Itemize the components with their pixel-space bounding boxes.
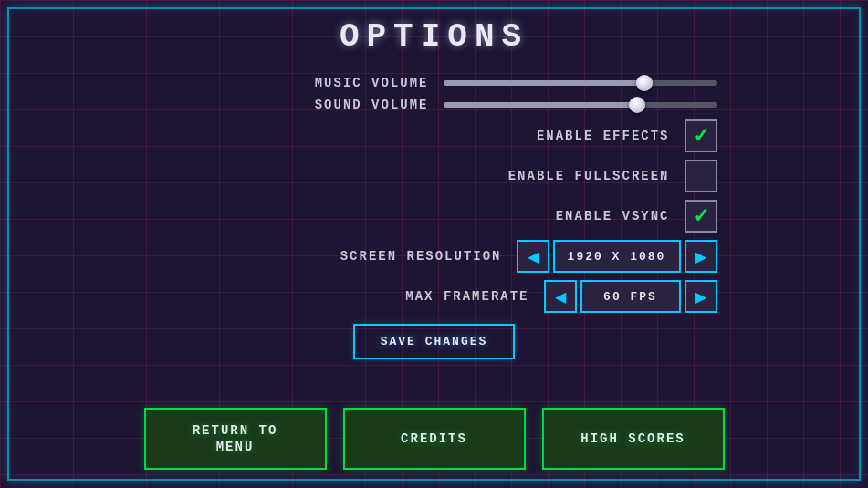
max-framerate-row: MAX FRAMERATE ◀ 60 FPS ▶ — [152, 280, 717, 313]
high-scores-button[interactable]: HIGH SCORES — [542, 408, 725, 470]
resolution-next-icon: ▶ — [695, 248, 706, 265]
page-title: OPTIONS — [340, 18, 528, 56]
enable-effects-label: ENABLE EFFECTS — [451, 129, 670, 143]
enable-fullscreen-row: ENABLE FULLSCREEN — [152, 160, 717, 192]
enable-vsync-label: ENABLE VSYNC — [451, 209, 670, 223]
sound-volume-label: SOUND VOLUME — [210, 98, 429, 112]
return-to-menu-label: RETURN TOMENU — [193, 423, 278, 454]
credits-button[interactable]: CREDITS — [343, 408, 526, 470]
enable-vsync-row: ENABLE VSYNC ✓ — [152, 200, 717, 233]
screen-resolution-row: SCREEN RESOLUTION ◀ 1920 X 1080 ▶ — [152, 240, 717, 273]
enable-fullscreen-label: ENABLE FULLSCREEN — [451, 169, 670, 183]
options-panel: MUSIC VOLUME SOUND VOLUME ENABLE EFFECTS… — [152, 76, 717, 313]
save-changes-button[interactable]: SAVE CHANGES — [353, 324, 516, 359]
enable-vsync-checkbox[interactable]: ✓ — [685, 200, 717, 233]
resolution-prev-icon: ◀ — [528, 248, 539, 265]
sound-volume-slider[interactable] — [444, 102, 717, 108]
main-screen: OPTIONS MUSIC VOLUME SOUND VOLUME ENABLE… — [0, 0, 868, 488]
enable-fullscreen-checkbox[interactable] — [685, 160, 717, 192]
framerate-value: 60 FPS — [580, 280, 681, 313]
content-area: OPTIONS MUSIC VOLUME SOUND VOLUME ENABLE… — [0, 0, 868, 488]
framerate-prev-icon: ◀ — [555, 288, 566, 306]
screen-resolution-label: SCREEN RESOLUTION — [283, 249, 502, 264]
framerate-control: ◀ 60 FPS ▶ — [544, 280, 717, 313]
bottom-navigation: RETURN TOMENU CREDITS HIGH SCORES — [0, 408, 868, 470]
music-volume-slider[interactable] — [444, 80, 717, 86]
enable-effects-row: ENABLE EFFECTS ✓ — [152, 119, 717, 152]
resolution-prev-button[interactable]: ◀ — [517, 240, 549, 273]
max-framerate-label: MAX FRAMERATE — [310, 289, 529, 304]
framerate-next-button[interactable]: ▶ — [685, 280, 717, 313]
enable-effects-checkbox[interactable]: ✓ — [685, 119, 717, 152]
music-volume-row: MUSIC VOLUME — [152, 76, 717, 90]
resolution-next-button[interactable]: ▶ — [685, 240, 717, 273]
sound-volume-row: SOUND VOLUME — [152, 98, 717, 112]
resolution-control: ◀ 1920 X 1080 ▶ — [517, 240, 717, 273]
vsync-checkmark: ✓ — [693, 206, 709, 226]
return-to-menu-button[interactable]: RETURN TOMENU — [144, 408, 327, 470]
effects-checkmark: ✓ — [693, 126, 709, 146]
framerate-next-icon: ▶ — [695, 288, 706, 306]
framerate-prev-button[interactable]: ◀ — [544, 280, 577, 313]
music-volume-label: MUSIC VOLUME — [210, 76, 429, 90]
resolution-value: 1920 X 1080 — [553, 240, 681, 273]
